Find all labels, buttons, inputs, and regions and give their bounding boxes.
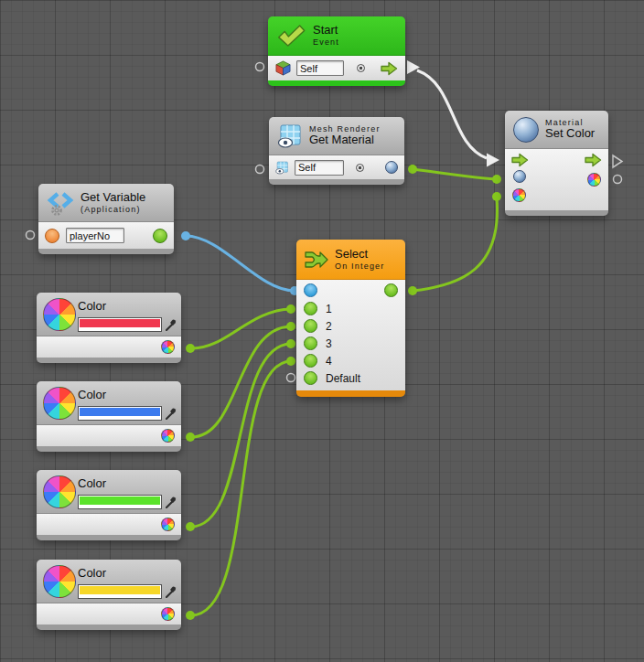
flow-output-port[interactable] xyxy=(585,153,602,167)
node-title: Start xyxy=(313,24,339,37)
set-color-header[interactable]: Material Set Color xyxy=(505,111,608,149)
target-picker-icon[interactable] xyxy=(357,64,365,72)
get-material-node[interactable]: Mesh Renderer Get Material xyxy=(269,117,404,185)
node-title: Color xyxy=(78,299,106,313)
option-2-input-port[interactable] xyxy=(304,319,317,333)
start-target-field[interactable] xyxy=(296,60,344,76)
gameobject-cube-icon xyxy=(275,60,291,76)
select-option-row: 1 xyxy=(304,302,332,315)
unconnected-port-marker xyxy=(287,374,295,382)
material-input-port[interactable] xyxy=(513,170,526,183)
color-swatch[interactable] xyxy=(78,317,162,332)
node-title: Get Variable xyxy=(80,191,145,205)
wire-endpoint xyxy=(186,432,195,442)
unconnected-port-marker xyxy=(256,166,264,174)
target-picker-icon[interactable] xyxy=(356,164,364,172)
node-subtitle: On Integer xyxy=(335,262,385,271)
node-title: Select xyxy=(335,248,385,262)
select-header[interactable]: Select On Integer xyxy=(296,240,405,280)
color-output-port[interactable] xyxy=(161,429,175,443)
color-swatch[interactable] xyxy=(78,406,162,421)
node-footer xyxy=(37,358,181,363)
color-node-body xyxy=(37,514,181,535)
color-swatch[interactable] xyxy=(78,495,162,509)
flow-output-port[interactable] xyxy=(381,61,398,76)
wire-getvariable-to-select[interactable] xyxy=(186,236,295,291)
option-4-input-port[interactable] xyxy=(304,354,317,368)
get-material-header[interactable]: Mesh Renderer Get Material xyxy=(269,117,404,155)
select-option-row: 2 xyxy=(304,319,332,333)
color-node-1[interactable]: Color xyxy=(37,293,181,363)
start-event-node[interactable]: Start Event xyxy=(268,16,405,86)
wire-endpoint xyxy=(286,322,295,331)
color-input-port[interactable] xyxy=(512,188,526,202)
option-label: 2 xyxy=(326,320,332,333)
mesh-renderer-small-icon xyxy=(275,161,289,175)
swatch-fill xyxy=(80,496,160,505)
material-sphere-icon xyxy=(513,117,539,143)
wire-endpoint xyxy=(186,344,195,353)
wire-endpoint xyxy=(408,286,417,295)
swatch-alpha-bar xyxy=(80,505,160,507)
option-label: Default xyxy=(326,372,360,385)
color-node-header[interactable]: Color xyxy=(37,470,181,514)
eyedropper-icon[interactable] xyxy=(166,496,177,508)
swatch-fill xyxy=(80,408,160,416)
unconnected-port-marker xyxy=(614,176,622,184)
color-output-port[interactable] xyxy=(161,607,175,621)
mesh-renderer-icon xyxy=(277,123,303,149)
get-material-target-field[interactable] xyxy=(295,160,344,176)
color-wheel-icon xyxy=(43,298,76,331)
get-variable-node[interactable]: Get Variable (Application) xyxy=(38,184,174,254)
node-footer xyxy=(296,390,405,397)
checkmark-icon xyxy=(276,23,306,48)
color-node-body xyxy=(37,603,181,625)
select-output-port[interactable] xyxy=(384,283,398,297)
color-output-port[interactable] xyxy=(587,173,601,187)
node-footer xyxy=(269,179,404,185)
color-output-port[interactable] xyxy=(161,340,175,354)
swatch-fill xyxy=(80,319,160,327)
color-wheel-icon xyxy=(43,387,76,420)
set-color-node[interactable]: Material Set Color xyxy=(505,111,608,216)
get-variable-header[interactable]: Get Variable (Application) xyxy=(38,184,174,222)
color-node-3[interactable]: Color xyxy=(37,470,181,540)
option-3-input-port[interactable] xyxy=(304,336,317,350)
option-1-input-port[interactable] xyxy=(304,302,317,315)
wire-select-to-setcolor[interactable] xyxy=(413,198,498,291)
eyedropper-icon[interactable] xyxy=(166,407,177,420)
wire-getmaterial-to-setcolor[interactable] xyxy=(413,169,497,179)
select-body: 1 2 3 4 Default xyxy=(296,280,405,390)
color-node-4[interactable]: Color xyxy=(37,560,181,630)
node-title: Color xyxy=(78,476,106,490)
material-output-port[interactable] xyxy=(385,161,398,174)
variable-value-output-port[interactable] xyxy=(153,229,167,243)
variable-name-field[interactable] xyxy=(66,228,124,243)
select-option-row: Default xyxy=(304,371,360,385)
variable-object-port[interactable] xyxy=(45,229,59,243)
color-node-header[interactable]: Color xyxy=(37,293,181,336)
unconnected-port-marker xyxy=(27,231,35,240)
select-selector-row xyxy=(304,283,398,297)
eyedropper-icon[interactable] xyxy=(166,318,177,331)
selector-integer-input-port[interactable] xyxy=(304,283,317,297)
wire-color2-to-select[interactable] xyxy=(190,326,291,437)
node-title: Set Color xyxy=(545,127,595,141)
graph-canvas[interactable]: Start Event xyxy=(0,0,644,662)
select-on-integer-node[interactable]: Select On Integer 1 2 3 4 xyxy=(296,240,405,397)
eyedropper-icon[interactable] xyxy=(166,585,177,598)
node-subtitle: (Application) xyxy=(80,205,145,214)
color-node-2[interactable]: Color xyxy=(37,381,181,452)
node-footer xyxy=(268,80,405,86)
default-input-port[interactable] xyxy=(304,371,317,385)
wire-color4-to-select[interactable] xyxy=(190,361,291,615)
color-swatch[interactable] xyxy=(78,584,162,599)
wire-start-to-setcolor[interactable] xyxy=(417,70,487,158)
start-node-body xyxy=(268,56,405,80)
node-footer xyxy=(37,625,181,630)
color-output-port[interactable] xyxy=(161,518,175,531)
color-node-header[interactable]: Color xyxy=(37,560,181,603)
color-node-header[interactable]: Color xyxy=(37,381,181,425)
start-node-header[interactable]: Start Event xyxy=(268,16,405,56)
flow-input-port[interactable] xyxy=(511,153,529,167)
